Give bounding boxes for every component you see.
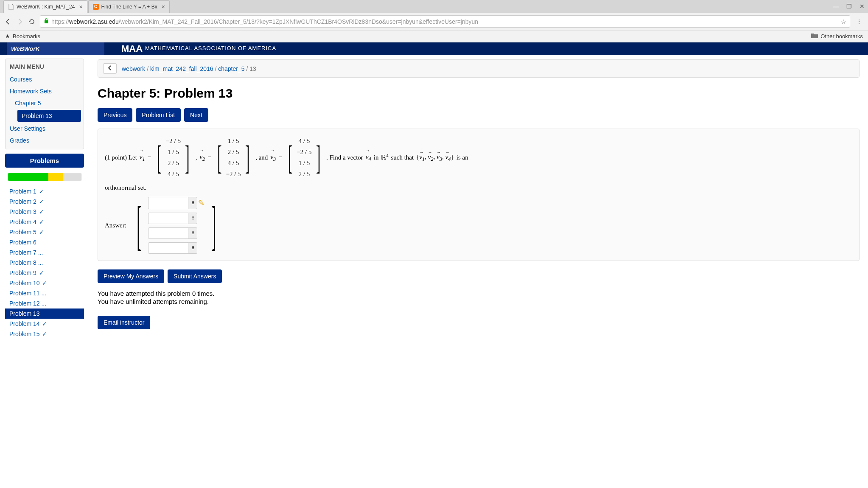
keyboard-icon[interactable]: ⠿	[188, 213, 197, 224]
submit-buttons: Preview My Answers Submit Answers	[98, 269, 860, 283]
star-solid-icon: ★	[5, 33, 10, 39]
problem-list-item[interactable]: Problem 12 ...	[5, 298, 84, 309]
restore-icon[interactable]: ❐	[846, 3, 852, 10]
browser-chrome: WeBWorK : Kim_MAT_24 × C Find The Line Y…	[0, 0, 868, 42]
page-icon	[8, 4, 14, 10]
sidebar-item-homework-sets[interactable]: Homework Sets	[6, 85, 84, 97]
other-bookmarks[interactable]: Other bookmarks	[811, 33, 863, 39]
problem-nav-buttons: Previous Problem List Next	[98, 108, 860, 122]
url-input[interactable]: https://webwork2.asu.edu/webwork2/Kim_MA…	[40, 15, 850, 28]
problem-list-item[interactable]: Problem 2 ✓	[5, 196, 84, 207]
star-icon[interactable]: ☆	[841, 18, 846, 25]
attempts-info: You have attempted this problem 0 times.…	[98, 290, 860, 305]
problem-list-item[interactable]: Problem 7 ...	[5, 247, 84, 258]
answer-input-4[interactable]	[148, 242, 188, 254]
chegg-icon: C	[93, 4, 99, 10]
answer-input-1[interactable]	[148, 197, 188, 209]
next-button[interactable]: Next	[184, 108, 208, 122]
problem-list-item[interactable]: Problem 14 ✓	[5, 319, 84, 329]
progress-bar	[8, 173, 81, 181]
problem-list-item[interactable]: Problem 1 ✓	[5, 186, 84, 196]
progress-gray	[63, 173, 81, 181]
problem-list-item[interactable]: Problem 6	[5, 237, 84, 247]
submit-button[interactable]: Submit Answers	[168, 269, 222, 283]
bookmarks-menu[interactable]: ★ Bookmarks	[5, 33, 40, 39]
problem-list-item[interactable]: Problem 11 ...	[5, 288, 84, 298]
svg-rect-0	[45, 20, 48, 23]
vector-v3: [ 4 / 5−2 / 51 / 52 / 5 ]	[285, 136, 324, 179]
maa-header: WeBWorK MAAMATHEMATICAL ASSOCIATION OF A…	[0, 42, 868, 55]
window-controls: — ❐ ✕	[833, 0, 865, 13]
vector-v2: [ 1 / 52 / 54 / 5−2 / 5 ]	[214, 136, 253, 179]
menu-icon[interactable]: ⋮	[854, 18, 864, 25]
breadcrumb-bar: webwork / kim_mat_242_fall_2016 / chapte…	[98, 59, 860, 78]
close-icon[interactable]: ×	[162, 3, 165, 10]
tab-bar: WeBWorK : Kim_MAT_24 × C Find The Line Y…	[0, 0, 868, 13]
sidebar: MAIN MENU Courses Homework Sets Chapter …	[0, 55, 89, 488]
breadcrumb-course[interactable]: kim_mat_242_fall_2016	[150, 65, 213, 72]
problem-list-button[interactable]: Problem List	[136, 108, 181, 122]
breadcrumb-current: 13	[249, 65, 256, 72]
forward-button[interactable]	[16, 18, 24, 25]
pencil-icon[interactable]: ✎	[198, 197, 204, 209]
close-window-icon[interactable]: ✕	[860, 3, 865, 10]
main-menu-box: MAIN MENU Courses Homework Sets Chapter …	[5, 59, 84, 149]
webwork-logo: WeBWorK	[7, 42, 104, 55]
address-bar: https://webwork2.asu.edu/webwork2/Kim_MA…	[0, 13, 868, 30]
progress-yellow	[48, 173, 63, 181]
back-button[interactable]	[4, 18, 12, 25]
breadcrumb-back-button[interactable]	[103, 63, 117, 74]
keyboard-icon[interactable]: ⠿	[188, 242, 197, 254]
problem-list-item[interactable]: Problem 8 ...	[5, 258, 84, 268]
problem-list-item[interactable]: Problem 3 ✓	[5, 207, 84, 217]
problem-list-item[interactable]: Problem 10 ✓	[5, 278, 84, 288]
previous-button[interactable]: Previous	[98, 108, 132, 122]
keyboard-icon[interactable]: ⠿	[188, 227, 197, 239]
breadcrumb-chapter[interactable]: chapter_5	[218, 65, 244, 72]
problems-header: Problems	[5, 154, 84, 168]
problem-list-item[interactable]: Problem 9 ✓	[5, 268, 84, 278]
main-content: webwork / kim_mat_242_fall_2016 / chapte…	[89, 55, 868, 488]
vector-v1: [ −2 / 51 / 52 / 54 / 5 ]	[154, 136, 193, 179]
keyboard-icon[interactable]: ⠿	[188, 197, 197, 209]
maa-brand: MAAMATHEMATICAL ASSOCIATION OF AMERICA	[121, 43, 276, 54]
sidebar-item-user-settings[interactable]: User Settings	[6, 123, 84, 135]
problem-list-item[interactable]: Problem 4 ✓	[5, 217, 84, 227]
problem-list-item[interactable]: Problem 13	[5, 309, 84, 319]
minimize-icon[interactable]: —	[833, 3, 839, 10]
main-menu-title: MAIN MENU	[6, 59, 84, 73]
problem-list: Problem 1 ✓Problem 2 ✓Problem 3 ✓Problem…	[5, 186, 84, 339]
answer-section: Answer: [ ⠿✎ ⠿ ⠿ ⠿ ]	[105, 197, 852, 254]
browser-tab-2[interactable]: C Find The Line Y = A + Bx ×	[88, 0, 170, 13]
answer-input-2[interactable]	[148, 213, 188, 224]
lock-icon	[44, 18, 49, 25]
email-instructor-button[interactable]: Email instructor	[98, 316, 150, 329]
breadcrumb-webwork[interactable]: webwork	[122, 65, 145, 72]
tab-title: WeBWorK : Kim_MAT_24	[17, 4, 75, 10]
preview-button[interactable]: Preview My Answers	[98, 269, 164, 283]
answer-label: Answer:	[105, 220, 126, 230]
sidebar-item-courses[interactable]: Courses	[6, 73, 84, 85]
sidebar-item-chapter-5[interactable]: Chapter 5	[6, 97, 84, 109]
problem-statement: (1 point) Let v1 = [ −2 / 51 / 52 / 54 /…	[98, 129, 860, 261]
progress-green	[8, 173, 48, 181]
tab-title: Find The Line Y = A + Bx	[101, 4, 157, 10]
bookmarks-bar: ★ Bookmarks Other bookmarks	[0, 30, 868, 42]
reload-button[interactable]	[28, 18, 36, 25]
problem-list-item[interactable]: Problem 15 ✓	[5, 329, 84, 339]
answer-input-3[interactable]	[148, 227, 188, 239]
page-title: Chapter 5: Problem 13	[98, 86, 860, 101]
sidebar-item-problem-13[interactable]: Problem 13	[17, 110, 81, 122]
problem-list-item[interactable]: Problem 5 ✓	[5, 227, 84, 237]
folder-icon	[811, 33, 818, 39]
browser-tab-1[interactable]: WeBWorK : Kim_MAT_24 ×	[3, 0, 87, 13]
sidebar-item-grades[interactable]: Grades	[6, 135, 84, 146]
close-icon[interactable]: ×	[79, 3, 82, 10]
